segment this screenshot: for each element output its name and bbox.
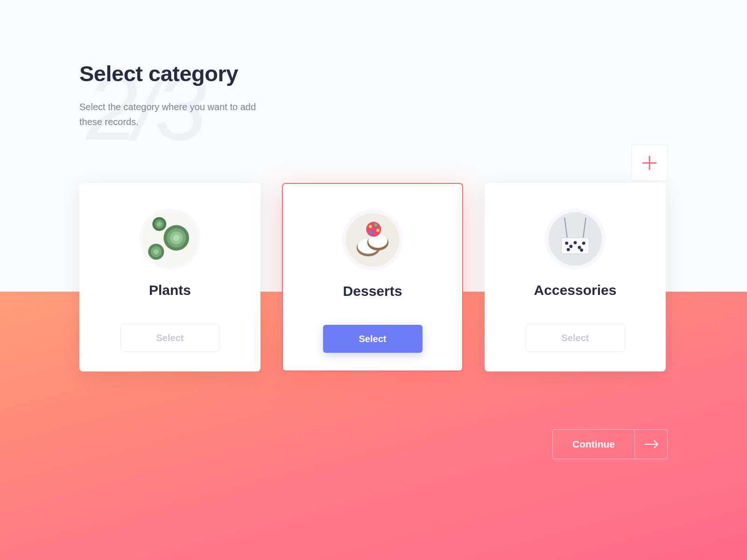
- add-category-button[interactable]: [631, 145, 668, 181]
- category-image-desserts: [342, 210, 403, 270]
- category-card-plants[interactable]: Plants Select: [79, 183, 261, 371]
- category-image-accessories: [545, 209, 606, 269]
- page-title: Select category: [79, 61, 359, 86]
- svg-point-20: [370, 231, 373, 234]
- svg-point-17: [369, 225, 372, 228]
- category-title: Desserts: [343, 283, 402, 299]
- continue-button[interactable]: Continue: [552, 429, 668, 459]
- select-button-desserts[interactable]: Select: [323, 325, 423, 353]
- svg-point-25: [574, 241, 577, 245]
- svg-point-19: [376, 229, 380, 232]
- svg-point-10: [154, 249, 159, 254]
- arrow-right-icon: [634, 430, 667, 459]
- svg-point-28: [567, 248, 570, 251]
- svg-point-29: [580, 249, 583, 252]
- svg-point-26: [578, 246, 581, 249]
- svg-point-7: [157, 221, 162, 226]
- main-container: 2/3 Select category Select the category …: [0, 0, 747, 560]
- category-card-accessories[interactable]: Accessories Select: [485, 183, 666, 371]
- svg-point-27: [582, 242, 585, 245]
- select-button-accessories[interactable]: Select: [526, 324, 625, 352]
- select-button-plants[interactable]: Select: [120, 324, 220, 352]
- category-card-desserts[interactable]: Desserts Select: [282, 183, 463, 371]
- category-title: Plants: [149, 282, 191, 298]
- page-subtitle: Select the category where you want to ad…: [79, 99, 280, 129]
- svg-point-23: [565, 242, 568, 245]
- category-image-plants: [140, 209, 200, 269]
- category-title: Accessories: [534, 282, 617, 298]
- plus-icon: [642, 156, 656, 170]
- page-header: Select category Select the category wher…: [79, 61, 359, 129]
- svg-rect-22: [561, 238, 589, 254]
- svg-point-4: [173, 235, 180, 241]
- continue-label: Continue: [553, 430, 634, 459]
- svg-point-24: [569, 245, 572, 248]
- svg-point-18: [374, 224, 377, 227]
- category-cards: Plants Select Desserts Select: [79, 183, 668, 371]
